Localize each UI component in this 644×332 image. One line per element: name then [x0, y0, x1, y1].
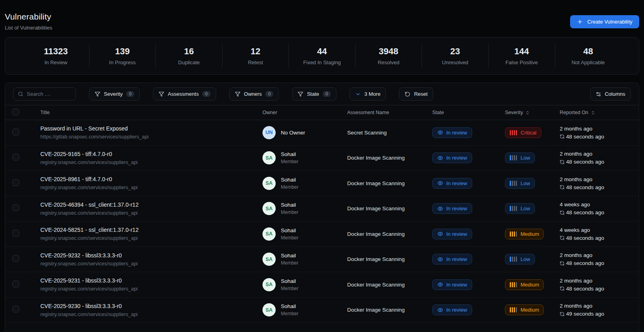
more-filters-button[interactable]: 3 More: [350, 87, 386, 101]
vulnerability-title[interactable]: CVE-2024-58251 - ssl_client:1.37.0-r12: [40, 227, 258, 233]
reported-date: 2 months ago: [560, 176, 639, 182]
owner-avatar: SA: [262, 227, 276, 241]
page-header-text: Vulnerability List of Vulnerabilities: [5, 12, 52, 31]
state-badge[interactable]: In review: [432, 304, 472, 315]
assessment-name: Secret Scanning: [342, 130, 427, 136]
column-header-severity-sort[interactable]: Severity: [500, 110, 555, 115]
column-settings-icon: [596, 91, 601, 97]
severity-badge: Medium: [505, 279, 544, 290]
state-badge[interactable]: In review: [432, 203, 472, 214]
stat-label: Resolved: [378, 59, 399, 65]
owner-name: No Owner: [281, 130, 305, 136]
state-badge[interactable]: In review: [432, 152, 472, 163]
row-checkbox[interactable]: [12, 255, 19, 262]
column-header-owner: Owner: [262, 110, 277, 115]
page-subtitle: List of Vulnerabilities: [5, 25, 52, 31]
columns-button[interactable]: Columns: [590, 87, 631, 101]
eye-icon: [437, 307, 443, 313]
column-header-reported-sort[interactable]: Reported On: [555, 110, 639, 115]
stat-item: 11323 In Review: [23, 43, 89, 68]
eye-icon: [437, 231, 443, 237]
stat-item: 23 Unresolved: [422, 43, 489, 68]
row-checkbox[interactable]: [12, 154, 19, 160]
state-label: In review: [446, 180, 467, 186]
severity-badge: Medium: [505, 304, 544, 315]
owner-avatar: SA: [262, 278, 276, 291]
stat-value: 144: [514, 46, 529, 57]
search-input[interactable]: [27, 91, 72, 97]
severity-bars-icon: [510, 257, 517, 262]
reported-elapsed: 48 seconds ago: [566, 159, 604, 165]
eye-icon: [437, 257, 443, 262]
severity-label: Low: [521, 180, 530, 186]
vulnerability-target-url: registry.snapsec.com/services/suppliers_…: [40, 286, 258, 292]
vulnerability-target-url: https://gitlab.snapsec.com/services/supp…: [40, 134, 258, 140]
create-vulnerability-button[interactable]: Create Vulnerability: [570, 15, 639, 28]
filter-count-badge: 0: [202, 91, 210, 97]
vulnerability-title[interactable]: CVE-2025-46394 - ssl_client:1.37.0-r12: [40, 202, 258, 208]
refresh-icon: [560, 134, 564, 139]
severity-label: Medium: [521, 231, 539, 237]
refresh-icon: [560, 235, 564, 240]
reset-filters-button[interactable]: Reset: [399, 87, 433, 101]
columns-label: Columns: [605, 91, 625, 97]
vulnerability-target-url: registry.snapsec.com/services/suppliers_…: [40, 160, 258, 165]
stat-item: 139 In Progress: [89, 43, 156, 68]
chevron-down-icon: [355, 91, 361, 97]
filter-button-severity[interactable]: Severity 0: [89, 87, 140, 101]
table-row: CVE-2024-58251 - ssl_client:1.37.0-r12 r…: [5, 221, 639, 247]
row-checkbox[interactable]: [12, 306, 19, 312]
eye-icon: [437, 155, 443, 161]
state-badge[interactable]: In review: [432, 127, 472, 138]
table-row: CVE-2025-8961 - tiff:4.7.0-r0 registry.s…: [5, 171, 639, 196]
reset-filters-label: Reset: [414, 91, 427, 97]
state-label: In review: [446, 155, 467, 161]
more-filters-label: 3 More: [364, 91, 380, 97]
filter-button-owners[interactable]: Owners 0: [229, 87, 279, 101]
vulnerability-title[interactable]: CVE-2025-9231 - libssl3:3.3.3-r0: [40, 277, 258, 284]
state-badge[interactable]: In review: [432, 279, 472, 290]
owner-avatar: SA: [262, 202, 276, 215]
state-badge[interactable]: In review: [432, 178, 472, 189]
funnel-icon: [298, 91, 303, 97]
funnel-icon: [235, 91, 241, 97]
vulnerability-title[interactable]: CVE-2025-9165 - tiff:4.7.0-r0: [40, 151, 258, 157]
filter-button-assessments[interactable]: Assessments 0: [153, 87, 216, 101]
row-checkbox[interactable]: [12, 204, 19, 211]
owner-role: Member: [281, 311, 298, 316]
select-all-checkbox[interactable]: [12, 109, 19, 115]
search-box[interactable]: [13, 87, 76, 101]
filter-bar: Severity 0 Assessments 0 Owners 0 State …: [5, 83, 639, 105]
vulnerability-title[interactable]: CVE-2025-8961 - tiff:4.7.0-r0: [40, 176, 258, 182]
stat-label: Not Applicable: [572, 59, 605, 65]
filter-buttons-group: Severity 0 Assessments 0 Owners 0 State …: [89, 87, 336, 101]
row-checkbox[interactable]: [12, 179, 19, 186]
table-row: CVE-2025-9165 - tiff:4.7.0-r0 registry.s…: [5, 146, 639, 171]
table-body: Password in URL - Secret Exposed https:/…: [5, 120, 639, 323]
stat-item: 3948 Resolved: [356, 43, 422, 68]
stat-item: 44 Fixed In Staging: [289, 43, 356, 68]
row-checkbox[interactable]: [12, 128, 19, 135]
refresh-icon: [560, 261, 564, 266]
column-header-assessment: Assessment Name: [347, 110, 389, 115]
state-badge[interactable]: In review: [432, 254, 472, 265]
reported-date: 2 months ago: [560, 303, 639, 309]
table-row: CVE-2025-9230 - libssl3:3.3.3-r0 registr…: [5, 298, 639, 323]
severity-badge: Low: [505, 152, 535, 163]
stat-label: Retest: [248, 59, 263, 65]
reported-date: 2 months ago: [560, 126, 639, 132]
stat-label: Unresolved: [442, 59, 468, 65]
vulnerability-title[interactable]: CVE-2025-9230 - libssl3:3.3.3-r0: [40, 303, 258, 309]
state-label: In review: [446, 206, 467, 211]
page-header: Vulnerability List of Vulnerabilities Cr…: [5, 0, 639, 37]
filter-button-state[interactable]: State 0: [292, 87, 336, 101]
filter-count-badge: 0: [265, 91, 273, 97]
owner-avatar: SA: [262, 303, 276, 316]
vulnerability-title[interactable]: CVE-2025-9232 - libssl3:3.3.3-r0: [40, 252, 258, 259]
vulnerability-title[interactable]: Password in URL - Secret Exposed: [40, 125, 258, 132]
severity-badge: Low: [505, 178, 535, 189]
state-badge[interactable]: In review: [432, 229, 472, 239]
row-checkbox[interactable]: [12, 281, 19, 287]
owner-role: Member: [281, 209, 298, 215]
row-checkbox[interactable]: [12, 230, 19, 237]
